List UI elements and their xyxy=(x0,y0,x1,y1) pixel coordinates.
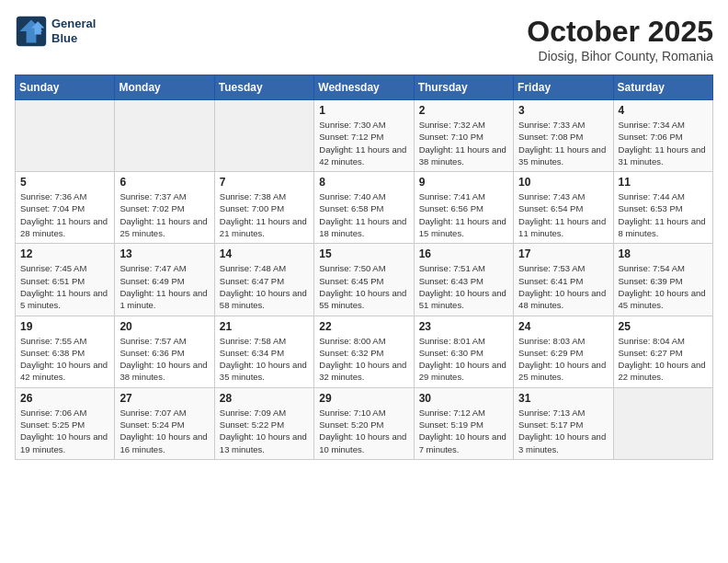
calendar-cell: 30Sunrise: 7:12 AM Sunset: 5:19 PM Dayli… xyxy=(414,387,513,459)
calendar-cell: 11Sunrise: 7:44 AM Sunset: 6:53 PM Dayli… xyxy=(613,172,712,244)
day-info: Sunrise: 7:53 AM Sunset: 6:41 PM Dayligh… xyxy=(518,262,608,311)
day-info: Sunrise: 7:57 AM Sunset: 6:36 PM Dayligh… xyxy=(119,335,209,384)
day-number: 21 xyxy=(220,320,309,333)
day-info: Sunrise: 8:00 AM Sunset: 6:32 PM Dayligh… xyxy=(319,335,408,384)
day-info: Sunrise: 7:45 AM Sunset: 6:51 PM Dayligh… xyxy=(20,262,109,311)
day-info: Sunrise: 7:47 AM Sunset: 6:49 PM Dayligh… xyxy=(119,262,209,311)
day-number: 1 xyxy=(319,104,408,117)
weekday-header: Thursday xyxy=(414,75,513,100)
day-info: Sunrise: 7:54 AM Sunset: 6:39 PM Dayligh… xyxy=(619,262,708,311)
day-info: Sunrise: 7:33 AM Sunset: 7:08 PM Dayligh… xyxy=(518,119,608,167)
weekday-header: Friday xyxy=(514,75,613,100)
day-number: 25 xyxy=(619,320,708,333)
calendar-week-row: 5Sunrise: 7:36 AM Sunset: 7:04 PM Daylig… xyxy=(16,172,713,244)
day-info: Sunrise: 7:10 AM Sunset: 5:20 PM Dayligh… xyxy=(319,407,408,455)
day-number: 9 xyxy=(419,176,508,189)
day-number: 24 xyxy=(518,320,608,333)
day-number: 20 xyxy=(119,320,209,333)
day-info: Sunrise: 8:01 AM Sunset: 6:30 PM Dayligh… xyxy=(419,335,508,384)
day-number: 30 xyxy=(419,392,508,405)
weekday-header: Tuesday xyxy=(214,75,313,100)
calendar-cell xyxy=(16,100,115,172)
day-info: Sunrise: 7:06 AM Sunset: 5:25 PM Dayligh… xyxy=(20,407,109,455)
weekday-header: Sunday xyxy=(16,75,115,100)
calendar-cell xyxy=(115,100,214,172)
calendar-cell: 25Sunrise: 8:04 AM Sunset: 6:27 PM Dayli… xyxy=(613,316,712,387)
calendar-cell: 5Sunrise: 7:36 AM Sunset: 7:04 PM Daylig… xyxy=(16,172,115,244)
day-info: Sunrise: 7:13 AM Sunset: 5:17 PM Dayligh… xyxy=(518,407,608,455)
day-number: 12 xyxy=(20,247,109,260)
day-info: Sunrise: 7:44 AM Sunset: 6:53 PM Dayligh… xyxy=(619,190,708,239)
day-number: 28 xyxy=(220,392,309,405)
calendar-cell: 14Sunrise: 7:48 AM Sunset: 6:47 PM Dayli… xyxy=(214,244,313,316)
day-number: 15 xyxy=(319,247,408,260)
calendar-cell: 17Sunrise: 7:53 AM Sunset: 6:41 PM Dayli… xyxy=(514,244,613,316)
day-info: Sunrise: 7:34 AM Sunset: 7:06 PM Dayligh… xyxy=(619,119,708,167)
day-info: Sunrise: 8:04 AM Sunset: 6:27 PM Dayligh… xyxy=(619,335,708,384)
calendar-cell: 23Sunrise: 8:01 AM Sunset: 6:30 PM Dayli… xyxy=(414,316,513,387)
day-number: 14 xyxy=(220,247,309,260)
day-number: 29 xyxy=(319,392,408,405)
day-info: Sunrise: 8:03 AM Sunset: 6:29 PM Dayligh… xyxy=(518,335,608,384)
day-number: 19 xyxy=(20,320,109,333)
logo-icon xyxy=(15,15,48,48)
day-info: Sunrise: 7:40 AM Sunset: 6:58 PM Dayligh… xyxy=(319,190,408,239)
day-info: Sunrise: 7:48 AM Sunset: 6:47 PM Dayligh… xyxy=(220,262,309,311)
calendar-cell: 31Sunrise: 7:13 AM Sunset: 5:17 PM Dayli… xyxy=(514,387,613,459)
calendar-cell: 9Sunrise: 7:41 AM Sunset: 6:56 PM Daylig… xyxy=(414,172,513,244)
day-number: 27 xyxy=(119,392,209,405)
day-number: 3 xyxy=(518,104,608,117)
calendar-cell: 4Sunrise: 7:34 AM Sunset: 7:06 PM Daylig… xyxy=(613,100,712,172)
day-info: Sunrise: 7:41 AM Sunset: 6:56 PM Dayligh… xyxy=(419,190,508,239)
calendar-cell: 29Sunrise: 7:10 AM Sunset: 5:20 PM Dayli… xyxy=(314,387,414,459)
day-number: 17 xyxy=(518,247,608,260)
calendar-cell: 16Sunrise: 7:51 AM Sunset: 6:43 PM Dayli… xyxy=(414,244,513,316)
calendar-cell: 21Sunrise: 7:58 AM Sunset: 6:34 PM Dayli… xyxy=(214,316,313,387)
day-number: 31 xyxy=(518,392,608,405)
calendar-week-row: 1Sunrise: 7:30 AM Sunset: 7:12 PM Daylig… xyxy=(16,100,713,172)
calendar-cell: 15Sunrise: 7:50 AM Sunset: 6:45 PM Dayli… xyxy=(314,244,414,316)
day-number: 7 xyxy=(220,176,309,189)
day-number: 10 xyxy=(518,176,608,189)
calendar-cell: 13Sunrise: 7:47 AM Sunset: 6:49 PM Dayli… xyxy=(115,244,214,316)
day-info: Sunrise: 7:07 AM Sunset: 5:24 PM Dayligh… xyxy=(119,407,209,455)
calendar-cell: 20Sunrise: 7:57 AM Sunset: 6:36 PM Dayli… xyxy=(115,316,214,387)
calendar-header-row: SundayMondayTuesdayWednesdayThursdayFrid… xyxy=(16,75,713,100)
calendar-week-row: 12Sunrise: 7:45 AM Sunset: 6:51 PM Dayli… xyxy=(16,244,713,316)
day-info: Sunrise: 7:51 AM Sunset: 6:43 PM Dayligh… xyxy=(419,262,508,311)
calendar-cell: 8Sunrise: 7:40 AM Sunset: 6:58 PM Daylig… xyxy=(314,172,414,244)
day-info: Sunrise: 7:55 AM Sunset: 6:38 PM Dayligh… xyxy=(20,335,109,384)
day-number: 22 xyxy=(319,320,408,333)
day-info: Sunrise: 7:50 AM Sunset: 6:45 PM Dayligh… xyxy=(319,262,408,311)
title-section: October 2025 Diosig, Bihor County, Roman… xyxy=(527,15,713,63)
weekday-header: Saturday xyxy=(613,75,712,100)
weekday-header: Monday xyxy=(115,75,214,100)
calendar-table: SundayMondayTuesdayWednesdayThursdayFrid… xyxy=(15,75,713,460)
day-number: 26 xyxy=(20,392,109,405)
day-info: Sunrise: 7:43 AM Sunset: 6:54 PM Dayligh… xyxy=(518,190,608,239)
calendar-cell: 18Sunrise: 7:54 AM Sunset: 6:39 PM Dayli… xyxy=(613,244,712,316)
calendar-body: 1Sunrise: 7:30 AM Sunset: 7:12 PM Daylig… xyxy=(16,100,713,460)
calendar-cell: 2Sunrise: 7:32 AM Sunset: 7:10 PM Daylig… xyxy=(414,100,513,172)
day-number: 2 xyxy=(419,104,508,117)
day-info: Sunrise: 7:37 AM Sunset: 7:02 PM Dayligh… xyxy=(119,190,209,239)
day-number: 11 xyxy=(619,176,708,189)
day-number: 8 xyxy=(319,176,408,189)
day-number: 5 xyxy=(20,176,109,189)
day-info: Sunrise: 7:30 AM Sunset: 7:12 PM Dayligh… xyxy=(319,119,408,167)
calendar-week-row: 19Sunrise: 7:55 AM Sunset: 6:38 PM Dayli… xyxy=(16,316,713,387)
day-number: 23 xyxy=(419,320,508,333)
page-header: General Blue October 2025 Diosig, Bihor … xyxy=(15,15,713,63)
day-info: Sunrise: 7:36 AM Sunset: 7:04 PM Dayligh… xyxy=(20,190,109,239)
logo-text: General Blue xyxy=(51,17,96,45)
location-subtitle: Diosig, Bihor County, Romania xyxy=(527,49,713,63)
day-number: 6 xyxy=(119,176,209,189)
calendar-cell: 10Sunrise: 7:43 AM Sunset: 6:54 PM Dayli… xyxy=(514,172,613,244)
day-info: Sunrise: 7:32 AM Sunset: 7:10 PM Dayligh… xyxy=(419,119,508,167)
month-title: October 2025 xyxy=(527,15,713,49)
day-number: 16 xyxy=(419,247,508,260)
day-info: Sunrise: 7:12 AM Sunset: 5:19 PM Dayligh… xyxy=(419,407,508,455)
day-info: Sunrise: 7:38 AM Sunset: 7:00 PM Dayligh… xyxy=(220,190,309,239)
calendar-cell: 26Sunrise: 7:06 AM Sunset: 5:25 PM Dayli… xyxy=(16,387,115,459)
day-number: 4 xyxy=(619,104,708,117)
